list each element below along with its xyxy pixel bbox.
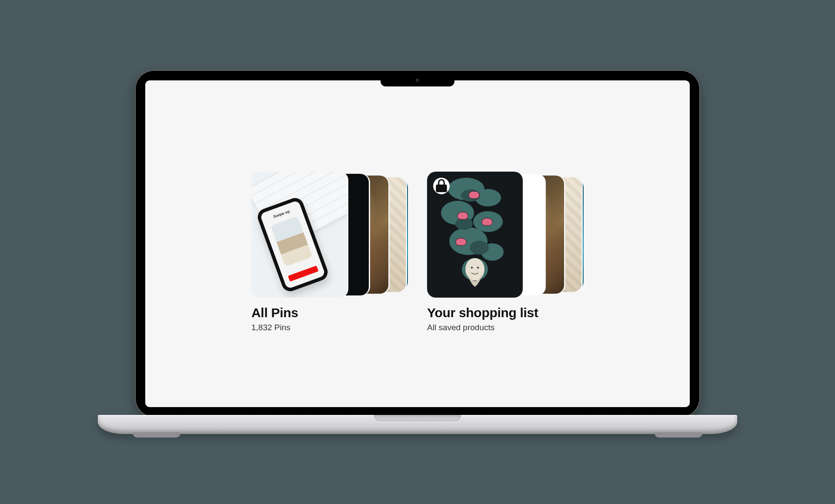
laptop-lid: All Pins 1,832 Pins — [135, 70, 700, 418]
thumb-controllers-smoke — [427, 172, 523, 298]
svg-point-11 — [471, 267, 473, 269]
board-title: Your shopping list — [427, 305, 584, 320]
thumb-phone-on-desk — [251, 172, 347, 298]
display-notch — [381, 74, 454, 86]
board-shopping-list[interactable]: Your shopping list All saved products — [427, 172, 584, 407]
board-subtitle: 1,832 Pins — [251, 323, 408, 332]
svg-point-9 — [470, 241, 489, 255]
board-thumbnail-stack — [427, 172, 584, 298]
board-title: All Pins — [251, 305, 408, 320]
screen-bezel: All Pins 1,832 Pins — [139, 74, 696, 413]
laptop-base — [98, 415, 737, 434]
boards-row: All Pins 1,832 Pins — [251, 172, 584, 407]
board-subtitle: All saved products — [427, 323, 584, 332]
svg-point-12 — [477, 267, 479, 269]
screen: All Pins 1,832 Pins — [145, 80, 690, 407]
svg-point-10 — [465, 258, 484, 281]
board-all-pins[interactable]: All Pins 1,832 Pins — [251, 172, 408, 407]
laptop-foot — [133, 432, 180, 438]
camera-dot — [416, 79, 419, 82]
laptop-foot — [655, 432, 702, 438]
board-thumbnail-stack — [251, 172, 408, 298]
boards-page: All Pins 1,832 Pins — [145, 80, 690, 407]
laptop-frame: All Pins 1,832 Pins — [135, 70, 700, 434]
lock-badge — [433, 178, 450, 194]
